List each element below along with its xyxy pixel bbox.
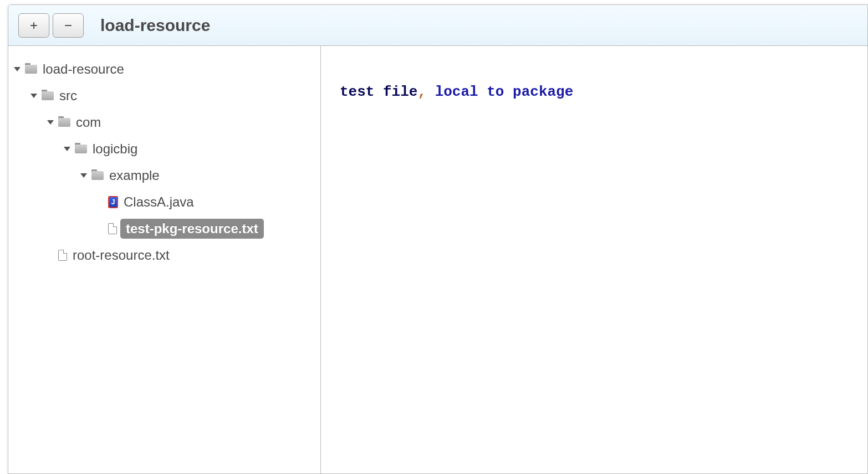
tree-label: com xyxy=(74,114,103,131)
tree-node-project[interactable]: load-resource xyxy=(14,56,315,83)
tree-node-classa[interactable]: J ClassA.java xyxy=(97,189,315,215)
chevron-down-icon[interactable] xyxy=(80,173,87,178)
chevron-down-icon[interactable] xyxy=(64,147,70,151)
toolbar-title: load-resource xyxy=(100,16,210,35)
tree-label-selected: test-pkg-resource.txt xyxy=(120,219,264,239)
plus-icon: + xyxy=(30,18,38,33)
editor-text: local to package xyxy=(426,84,573,100)
text-file-icon xyxy=(58,250,67,261)
main-body: load-resource src xyxy=(8,46,867,473)
tree-node-com[interactable]: com xyxy=(47,109,315,136)
tree-node-logicbig[interactable]: logicbig xyxy=(64,136,315,162)
folder-icon xyxy=(75,145,87,153)
editor-text: test file xyxy=(340,84,417,100)
chevron-down-icon[interactable] xyxy=(30,94,37,98)
tree-node-test-pkg-resource[interactable]: test-pkg-resource.txt xyxy=(97,215,315,242)
folder-icon xyxy=(25,65,37,74)
tree-node-example[interactable]: example xyxy=(80,162,315,189)
expand-all-button[interactable]: + xyxy=(18,13,49,38)
tree-node-src[interactable]: src xyxy=(30,83,315,109)
tree-label: src xyxy=(57,87,79,105)
folder-icon xyxy=(42,91,54,100)
minus-icon: − xyxy=(64,18,72,33)
folder-icon xyxy=(58,118,70,127)
tree-label: logicbig xyxy=(90,140,140,158)
collapse-all-button[interactable]: − xyxy=(53,13,84,38)
text-file-icon xyxy=(108,223,117,234)
toolbar: + − load-resource xyxy=(8,5,867,46)
editor-content[interactable]: test file, local to package xyxy=(321,46,867,473)
project-window: + − load-resource load-resource xyxy=(8,4,868,474)
tree-label: example xyxy=(107,167,162,184)
editor-text: , xyxy=(417,84,426,100)
tree-label: ClassA.java xyxy=(121,193,196,211)
tree-label: load-resource xyxy=(40,60,126,78)
folder-icon xyxy=(91,171,104,180)
java-file-icon: J xyxy=(108,196,118,208)
tree-node-root-resource[interactable]: root-resource.txt xyxy=(47,242,315,269)
file-tree[interactable]: load-resource src xyxy=(8,46,321,473)
chevron-down-icon[interactable] xyxy=(14,67,21,71)
chevron-down-icon[interactable] xyxy=(47,120,54,125)
tree-label: root-resource.txt xyxy=(70,246,172,264)
